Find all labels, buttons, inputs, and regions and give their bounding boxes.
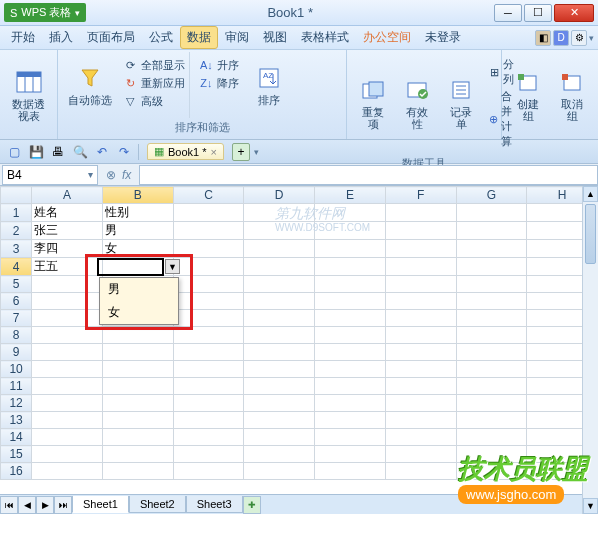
cell[interactable] xyxy=(456,222,527,240)
add-sheet-button[interactable]: ✚ xyxy=(243,496,261,514)
cell[interactable] xyxy=(456,378,527,395)
dropdown-option[interactable]: 男 xyxy=(100,278,178,301)
cell[interactable] xyxy=(456,258,527,276)
cell[interactable] xyxy=(385,240,456,258)
cell[interactable] xyxy=(173,258,244,276)
sheet-tab[interactable]: Sheet2 xyxy=(129,496,186,513)
cell[interactable] xyxy=(385,429,456,446)
sheet-tab[interactable]: Sheet1 xyxy=(72,496,129,513)
cell[interactable] xyxy=(102,378,173,395)
cell[interactable] xyxy=(173,412,244,429)
fbar-fx-icon[interactable]: fx xyxy=(122,168,131,182)
cell[interactable] xyxy=(315,293,386,310)
menu-layout[interactable]: 页面布局 xyxy=(80,26,142,49)
name-box[interactable]: B4 xyxy=(2,165,98,185)
cell[interactable] xyxy=(244,463,315,480)
cell[interactable] xyxy=(102,344,173,361)
cell[interactable] xyxy=(456,463,527,480)
cell[interactable] xyxy=(173,240,244,258)
row-header[interactable]: 6 xyxy=(1,293,32,310)
pivot-table-button[interactable]: 数据透视表 xyxy=(4,52,53,137)
tab-menu-caret-icon[interactable]: ▾ xyxy=(254,147,259,157)
cell[interactable] xyxy=(456,429,527,446)
cell[interactable] xyxy=(173,429,244,446)
cell[interactable] xyxy=(32,310,103,327)
col-header-D[interactable]: D xyxy=(244,187,315,204)
cell[interactable] xyxy=(244,240,315,258)
cell[interactable] xyxy=(102,412,173,429)
cell[interactable] xyxy=(456,361,527,378)
cell[interactable] xyxy=(456,293,527,310)
cell[interactable] xyxy=(173,204,244,222)
cell[interactable] xyxy=(173,361,244,378)
row-header[interactable]: 10 xyxy=(1,361,32,378)
col-header-F[interactable]: F xyxy=(385,187,456,204)
cell[interactable] xyxy=(385,463,456,480)
reapply-button[interactable]: ↻重新应用 xyxy=(118,74,189,92)
qat-new-icon[interactable]: ▢ xyxy=(4,143,24,161)
sheet-tab[interactable]: Sheet3 xyxy=(186,496,243,513)
record-button[interactable]: 记录单 xyxy=(439,52,483,154)
dropdown-option[interactable]: 女 xyxy=(100,301,178,324)
cell[interactable] xyxy=(456,412,527,429)
sheet-nav-first-icon[interactable]: ⏮ xyxy=(0,496,18,514)
cell[interactable] xyxy=(102,429,173,446)
maximize-button[interactable]: ☐ xyxy=(524,4,552,22)
cell[interactable] xyxy=(173,276,244,293)
cell[interactable] xyxy=(315,240,386,258)
app-menu-caret-icon[interactable]: ▾ xyxy=(75,8,80,18)
validity-button[interactable]: 有效性 xyxy=(395,52,439,154)
cell[interactable]: 男 xyxy=(102,222,173,240)
cell[interactable] xyxy=(244,276,315,293)
cell[interactable] xyxy=(32,412,103,429)
create-group-button[interactable]: 创建组 xyxy=(506,52,550,137)
col-header-B[interactable]: B xyxy=(102,187,173,204)
settings-icon[interactable]: ⚙ xyxy=(571,30,587,46)
row-header[interactable]: 12 xyxy=(1,395,32,412)
cell[interactable] xyxy=(32,429,103,446)
sort-asc-button[interactable]: A↓升序 xyxy=(194,56,243,74)
qat-undo-icon[interactable]: ↶ xyxy=(92,143,112,161)
cell[interactable] xyxy=(244,395,315,412)
cell[interactable] xyxy=(456,446,527,463)
auto-filter-button[interactable]: 自动筛选 xyxy=(62,52,118,118)
row-header[interactable]: 14 xyxy=(1,429,32,446)
sheet-nav-last-icon[interactable]: ⏭ xyxy=(54,496,72,514)
row-header[interactable]: 15 xyxy=(1,446,32,463)
cell[interactable] xyxy=(244,378,315,395)
scroll-down-icon[interactable]: ▼ xyxy=(583,498,598,514)
row-header[interactable]: 11 xyxy=(1,378,32,395)
vertical-scrollbar[interactable]: ▲ ▼ xyxy=(582,186,598,514)
cell[interactable] xyxy=(244,429,315,446)
cell[interactable] xyxy=(315,395,386,412)
cell[interactable] xyxy=(102,327,173,344)
row-header[interactable]: 1 xyxy=(1,204,32,222)
cell[interactable] xyxy=(102,446,173,463)
cell[interactable] xyxy=(456,327,527,344)
cell[interactable] xyxy=(244,361,315,378)
col-header-E[interactable]: E xyxy=(315,187,386,204)
cell[interactable] xyxy=(244,412,315,429)
cell[interactable] xyxy=(385,412,456,429)
cell[interactable] xyxy=(315,276,386,293)
cell[interactable] xyxy=(244,258,315,276)
cell[interactable] xyxy=(173,310,244,327)
cell[interactable] xyxy=(173,293,244,310)
cell[interactable] xyxy=(244,446,315,463)
row-header[interactable]: 16 xyxy=(1,463,32,480)
cell[interactable] xyxy=(32,344,103,361)
cell[interactable] xyxy=(315,463,386,480)
advanced-button[interactable]: ▽高级 xyxy=(118,92,189,110)
row-header[interactable]: 3 xyxy=(1,240,32,258)
menu-review[interactable]: 审阅 xyxy=(218,26,256,49)
cell[interactable] xyxy=(456,276,527,293)
menu-start[interactable]: 开始 xyxy=(4,26,42,49)
cell[interactable] xyxy=(32,276,103,293)
validation-dropdown-button[interactable]: ▼ xyxy=(165,259,180,274)
cell[interactable] xyxy=(32,327,103,344)
theme-icon[interactable]: ◧ xyxy=(535,30,551,46)
cell[interactable]: 王五 xyxy=(32,258,103,276)
qat-save-icon[interactable]: 💾 xyxy=(26,143,46,161)
menu-insert[interactable]: 插入 xyxy=(42,26,80,49)
cell[interactable] xyxy=(315,378,386,395)
